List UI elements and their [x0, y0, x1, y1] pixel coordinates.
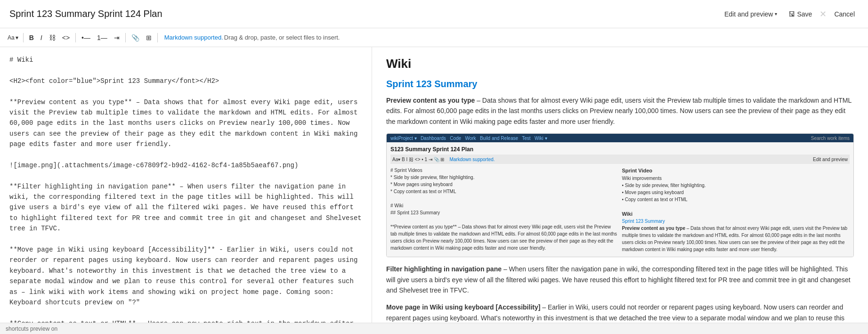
- cancel-label: Cancel: [834, 10, 855, 18]
- cancel-button[interactable]: Cancel: [830, 8, 859, 20]
- mini-editor-line7: **Preview content as you type** – Data s…: [390, 223, 618, 252]
- edit-preview-label: Edit and preview: [724, 10, 773, 18]
- editor-toolbar: Aa ▾ B I ⛓ <> •— 1— ⇥ 📎 ⊞ Markdown suppo…: [0, 28, 868, 47]
- mini-wiki-improvements: Wiki improvements: [622, 175, 850, 182]
- screenshot-toolbar-controls: Aa▾ B I ⛓ <> • 1 ⇥ 📎 ⊞: [392, 157, 444, 162]
- editor-content[interactable]: # Wiki <H2><font color="blue">Sprint 123…: [0, 47, 372, 323]
- page-title: Sprint 123 Summary Sprint 124 Plan: [9, 8, 162, 19]
- divider: ✕: [819, 9, 827, 19]
- mini-editor-line1: # Sprint Videos: [390, 167, 618, 174]
- preview-para1-bold: Preview content as you type: [386, 97, 475, 104]
- status-bar: shortcuts preview on: [0, 323, 868, 334]
- top-actions: Edit and preview ▾ 🖫 Save ✕ Cancel: [721, 8, 859, 20]
- numbered-list-icon: 1—: [97, 34, 107, 41]
- preview-para3-bold: Move page in Wiki using keyboard [Access…: [386, 303, 540, 311]
- screenshot-title: S123 Summary Sprint 124 Plan: [390, 146, 850, 153]
- toolbar-separator: [23, 33, 24, 42]
- markdown-hint: Markdown supported.: [164, 34, 223, 41]
- screenshot-body: # Sprint Videos * Side by side preview, …: [390, 167, 850, 253]
- preview-h1: Wiki: [386, 57, 854, 71]
- preview-pane: Wiki Sprint 123 Summary Preview content …: [372, 47, 868, 323]
- preview-h2: Sprint 123 Summary: [386, 79, 854, 90]
- mini-editor-line4: * Copy content as text or HTML: [390, 188, 618, 195]
- screenshot-nav: wikiProject ▾ Dashboards Code Work Build…: [390, 136, 547, 141]
- screenshot-edit-preview: Edit and preview: [813, 157, 848, 162]
- preview-para3: Move page in Wiki using keyboard [Access…: [386, 302, 854, 323]
- main-area: # Wiki <H2><font color="blue">Sprint 123…: [0, 47, 868, 323]
- screenshot-content: S123 Summary Sprint 124 Plan Aa▾ B I ⛓ <…: [387, 142, 853, 257]
- bullet-list-icon: •—: [81, 34, 90, 41]
- mini-sprint-heading: Sprint 123 Summary: [622, 218, 850, 225]
- mini-wiki-heading: Wiki: [622, 210, 850, 218]
- markdown-hint-text: Markdown supported.: [164, 34, 223, 41]
- mini-bullet3: • Copy content as text or HTML: [622, 196, 850, 203]
- font-size-label: Aa: [8, 34, 15, 41]
- screenshot-header: wikiProject ▾ Dashboards Code Work Build…: [387, 134, 853, 142]
- save-button[interactable]: 🖫 Save: [785, 8, 816, 20]
- edit-preview-button[interactable]: Edit and preview ▾: [721, 8, 781, 20]
- link-button[interactable]: ⛓: [46, 32, 58, 43]
- font-size-chevron: ▾: [16, 34, 18, 41]
- screenshot-search: Search work items: [811, 136, 850, 141]
- preview-para1: Preview content as you type – Data shows…: [386, 95, 854, 127]
- table-icon: ⊞: [146, 34, 152, 41]
- link-icon: ⛓: [49, 34, 56, 41]
- toolbar-separator-3: [125, 33, 126, 42]
- attachment-button[interactable]: 📎: [129, 32, 142, 43]
- toolbar-separator-4: [157, 33, 158, 42]
- italic-button[interactable]: I: [38, 32, 45, 43]
- mini-preview-text: Preview content as you type – Data shows…: [622, 225, 850, 253]
- numbered-list-button[interactable]: 1—: [94, 32, 110, 43]
- mini-bullet2: • Move pages using keyboard: [622, 189, 850, 196]
- mini-editor-line5: # Wiki: [390, 202, 618, 209]
- editor-pane: # Wiki <H2><font color="blue">Sprint 123…: [0, 47, 372, 323]
- table-button[interactable]: ⊞: [143, 32, 154, 43]
- attachment-icon: 📎: [131, 34, 139, 41]
- preview-screenshot: wikiProject ▾ Dashboards Code Work Build…: [386, 133, 854, 257]
- bullet-list-button[interactable]: •—: [79, 32, 93, 43]
- mini-editor-line2: * Side by side preview, filter highlight…: [390, 174, 618, 181]
- status-text: shortcuts preview on: [6, 326, 57, 332]
- mini-editor-line3: * Move pages using keyboard: [390, 181, 618, 188]
- preview-para2-bold: Filter highlighting in navigation pane: [386, 265, 502, 273]
- save-label: Save: [797, 10, 812, 18]
- save-icon: 🖫: [788, 10, 795, 18]
- screenshot-md-hint: Markdown supported.: [449, 157, 495, 162]
- chevron-down-icon: ▾: [775, 11, 777, 16]
- screenshot-preview-mini: Sprint Video Wiki improvements • Side by…: [622, 167, 850, 253]
- bold-button[interactable]: B: [26, 32, 37, 43]
- font-size-button[interactable]: Aa ▾: [6, 33, 20, 42]
- mini-bullet1: • Side by side preview, filter highlight…: [622, 182, 850, 189]
- preview-para2: Filter highlighting in navigation pane –…: [386, 264, 854, 295]
- screenshot-toolbar: Aa▾ B I ⛓ <> • 1 ⇥ 📎 ⊞ Markdown supporte…: [390, 155, 850, 164]
- screenshot-editor-mini: # Sprint Videos * Side by side preview, …: [390, 167, 618, 253]
- mini-editor-line6: ## Sprint 123 Summary: [390, 209, 618, 216]
- toolbar-separator-2: [75, 33, 76, 42]
- indent-icon: ⇥: [114, 34, 120, 41]
- drag-drop-hint: Drag & drop, paste, or select files to i…: [224, 34, 340, 41]
- top-header: Sprint 123 Summary Sprint 124 Plan Edit …: [0, 0, 868, 28]
- mini-sprint-video: Sprint Video: [622, 167, 850, 175]
- indent-button[interactable]: ⇥: [111, 32, 122, 43]
- code-button[interactable]: <>: [59, 32, 73, 43]
- code-icon: <>: [62, 34, 70, 41]
